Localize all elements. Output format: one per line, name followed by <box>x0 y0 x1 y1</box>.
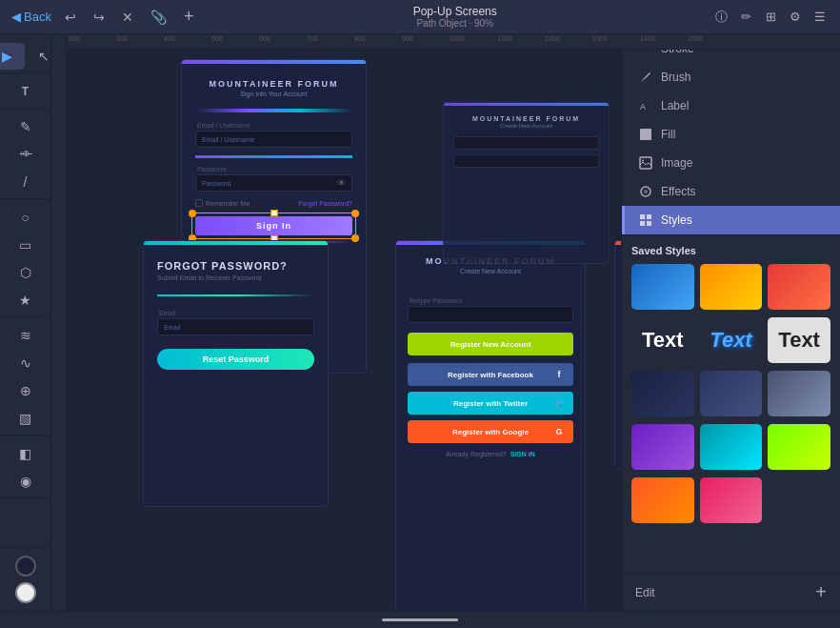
add-button[interactable]: + <box>180 5 198 29</box>
login-title: MOUNTAINEER FORUM <box>195 79 352 89</box>
password-input[interactable]: Password 👁 <box>195 174 352 192</box>
text-style-dark[interactable]: Text <box>768 317 830 363</box>
cyan-swatch[interactable] <box>700 424 763 470</box>
text-style-fancy[interactable]: Text <box>700 317 763 363</box>
already-text: Already Registered? <box>446 451 506 457</box>
purple-swatch[interactable] <box>631 424 694 470</box>
image-icon <box>638 155 653 171</box>
star-tool[interactable]: ★ <box>9 287 43 314</box>
direct-select-tool[interactable]: ↖ <box>27 43 61 70</box>
pen-button[interactable]: ✏ <box>737 9 754 26</box>
remember-checkbox[interactable] <box>195 199 203 207</box>
dark-swatch-3[interactable] <box>768 371 830 416</box>
info-button[interactable]: ⓘ <box>712 9 730 26</box>
fill-icon <box>638 127 653 142</box>
effects-menu-item[interactable]: Effects <box>622 177 840 206</box>
text-style-fancy-label: Text <box>710 328 751 353</box>
footer-add-button[interactable]: + <box>815 581 827 603</box>
document-subtitle: Path Object · 90% <box>416 18 493 29</box>
mask-tool[interactable]: ◉ <box>9 468 43 495</box>
wave-tool[interactable]: ∿ <box>9 350 43 376</box>
home-indicator[interactable] <box>382 618 458 621</box>
dark-swatch-2[interactable] <box>700 371 763 416</box>
reset-password-button[interactable]: Reset Password <box>157 349 314 370</box>
facebook-button[interactable]: Register with Facebook f <box>408 363 573 386</box>
select-tool[interactable]: ▶ <box>0 43 25 70</box>
dark-swatch-1[interactable] <box>631 371 694 416</box>
register-subtitle: Create New Account <box>408 268 573 274</box>
vivid-swatches-row-1 <box>631 424 830 470</box>
sunset-swatch[interactable] <box>700 264 763 310</box>
retype-label: Retype Password <box>408 297 573 304</box>
undo-button[interactable]: ↩ <box>61 8 80 27</box>
google-button[interactable]: Register with Google G <box>408 420 573 443</box>
pen-tool[interactable]: ✎ <box>9 113 43 140</box>
fire-swatch[interactable] <box>768 264 830 310</box>
lime-swatch[interactable] <box>768 424 830 470</box>
back-label: Back <box>24 10 51 24</box>
retype-input[interactable] <box>408 306 573 323</box>
fill-label: Fill <box>661 128 675 141</box>
line-tool[interactable]: / <box>9 169 43 195</box>
text-tool[interactable]: T <box>9 78 43 105</box>
color-stroke-swatch[interactable] <box>15 582 36 603</box>
red-orange-swatch[interactable] <box>631 477 694 523</box>
signin-button[interactable]: Sign In <box>195 216 352 235</box>
text-style-dark-label: Text <box>778 328 820 353</box>
grid-button[interactable]: ⊞ <box>762 9 779 26</box>
hatch-tool[interactable]: ▧ <box>9 405 43 432</box>
settings-button[interactable]: ⚙ <box>787 9 804 26</box>
back-button[interactable]: ◀ Back <box>11 10 51 24</box>
redo-button[interactable]: ↪ <box>90 8 109 27</box>
label-menu-item[interactable]: A Label <box>622 91 840 120</box>
right-panel: Stroke Brush A Label Fill Image <box>621 34 840 611</box>
vivid-swatches-row-2 <box>631 477 830 523</box>
rect-tool[interactable]: ▭ <box>9 232 43 258</box>
draw-tools: ✎ ⬲ / <box>0 111 50 199</box>
split-tool[interactable]: ◧ <box>9 440 43 467</box>
register-button[interactable]: Register New Account <box>408 333 573 355</box>
bezier-tool[interactable]: ⬲ <box>9 141 43 168</box>
register-screen: MOUNTAINEER FORUM Create New Account Ret… <box>395 240 586 611</box>
dark-swatches-row <box>631 371 830 416</box>
text-style-plain[interactable]: Text <box>631 317 694 363</box>
horizontal-ruler: 200 300 400 500 600 700 800 900 1000 110… <box>51 34 840 50</box>
email-label: Email / Username <box>195 122 352 129</box>
image-menu-item[interactable]: Image <box>622 149 840 177</box>
brush-menu-item[interactable]: Brush <box>622 63 840 91</box>
remember-row: Remember Me Forgot Password? <box>195 199 352 207</box>
fill-menu-item[interactable]: Fill <box>622 120 840 149</box>
svg-point-5 <box>644 190 648 193</box>
twitter-button[interactable]: Register with Twitter 🐦 <box>408 392 573 415</box>
email-input[interactable]: Email / Username <box>195 131 352 148</box>
color-fill-swatch[interactable] <box>15 556 36 577</box>
effects-label: Effects <box>661 185 695 198</box>
special-tools: ≋ ∿ ⊕ ▧ <box>0 319 50 436</box>
bottom-bar <box>0 611 840 628</box>
blue-swatch[interactable] <box>631 264 694 310</box>
register-signin-link[interactable]: SIGN IN <box>510 451 535 457</box>
grid-tool[interactable]: ≋ <box>9 322 43 349</box>
eye-icon[interactable]: 👁 <box>337 178 346 188</box>
password-placeholder: Password <box>202 180 231 187</box>
layers-button[interactable]: ☰ <box>811 9 829 26</box>
ellipse-tool[interactable]: ○ <box>9 204 43 231</box>
google-btn-label: Register with Google <box>452 428 529 436</box>
close-button[interactable]: ✕ <box>118 8 137 27</box>
spiral-tool[interactable]: ⊕ <box>9 377 43 404</box>
pink-swatch[interactable] <box>700 477 763 523</box>
footer-edit-label: Edit <box>635 586 655 599</box>
brush-icon <box>638 70 653 85</box>
forgot-password-link[interactable]: Forgot Password? <box>298 200 352 207</box>
topbar-right: ⓘ ✏ ⊞ ⚙ ☰ <box>712 9 829 26</box>
document-title: Pop-Up Screens <box>413 5 497 18</box>
attach-button[interactable]: 📎 <box>147 8 170 27</box>
svg-rect-8 <box>640 221 645 226</box>
forgot-email-input[interactable]: Email <box>157 318 314 335</box>
email-field-group: Email / Username Email / Username <box>195 122 352 148</box>
retype-field-group: Retype Password <box>408 297 573 323</box>
login-screen-copy: MOUNTAINEER FORUM Create New Account <box>443 102 610 264</box>
styles-menu-item[interactable]: Styles <box>622 206 840 234</box>
password-label: Password <box>195 166 352 172</box>
polygon-tool[interactable]: ⬡ <box>9 259 43 286</box>
